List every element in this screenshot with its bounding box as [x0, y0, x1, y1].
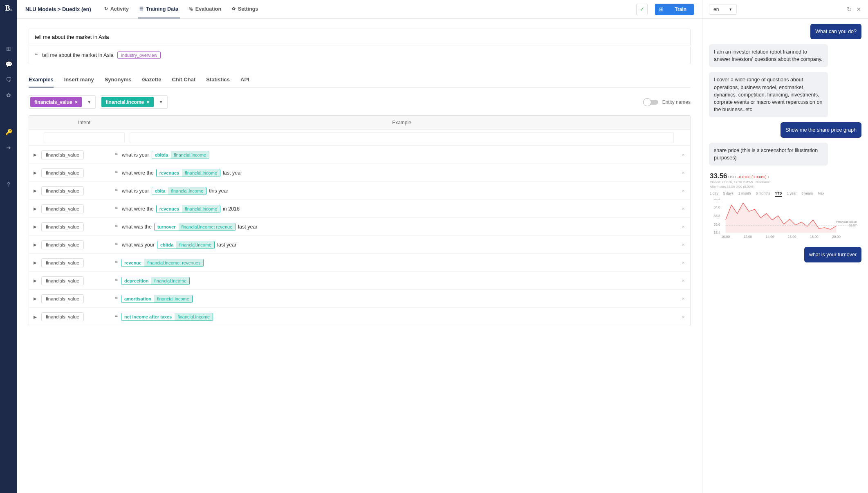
period-tab[interactable]: 1 day	[710, 191, 718, 197]
bot-message: I cover a wide range of questions about …	[709, 72, 828, 117]
entity-tag[interactable]: turnoverfinancial.income: revenue	[154, 223, 236, 231]
user-message: Show me the share price graph	[781, 122, 861, 138]
example-cell[interactable]: ❝what was the turnoverfinancial.income: …	[115, 223, 676, 231]
intent-pill[interactable]: financials_value	[41, 204, 84, 213]
close-icon[interactable]: ✕	[856, 6, 861, 13]
chevron-down-icon[interactable]: ▼	[83, 100, 95, 104]
delete-row-icon[interactable]: ×	[676, 170, 690, 176]
period-tab[interactable]: 5 days	[723, 191, 733, 197]
entity-tag[interactable]: ebitdafinancial.income	[157, 241, 215, 249]
entity-tag[interactable]: deprecitionfinancial.income	[121, 277, 190, 285]
key-icon[interactable]: 🔑	[5, 129, 12, 135]
delete-row-icon[interactable]: ×	[676, 260, 690, 266]
example-cell[interactable]: ❝amortisationfinancial.income	[115, 295, 676, 303]
example-cell[interactable]: ❝what were the revenuesfinancial.income …	[115, 205, 676, 213]
header-tab-evaluation[interactable]: %Evaluation	[187, 0, 223, 18]
example-cell[interactable]: ❝what is your ebitafinancial.income this…	[115, 187, 676, 195]
subtab-statistics[interactable]: Statistics	[206, 72, 230, 87]
header-tab-training-data[interactable]: ☰Training Data	[138, 0, 180, 18]
subtab-chit-chat[interactable]: Chit Chat	[172, 72, 195, 87]
remove-filter-icon[interactable]: ×	[146, 99, 150, 105]
intent-pill[interactable]: financials_value	[41, 294, 84, 303]
validate-button[interactable]: ✓	[636, 4, 648, 15]
intent-pill[interactable]: financials_value	[41, 150, 84, 159]
preview-intent-tag[interactable]: industry_overview	[117, 52, 161, 59]
period-tab[interactable]: 1 year	[787, 191, 797, 197]
grid-icon[interactable]: ⊞	[6, 45, 11, 52]
period-tab[interactable]: YTD	[775, 191, 782, 197]
delete-row-icon[interactable]: ×	[676, 242, 690, 248]
chevron-down-icon[interactable]: ▼	[155, 100, 167, 104]
entity-tag[interactable]: revenuesfinancial.income	[156, 205, 220, 213]
expand-row-icon[interactable]: ▶	[29, 278, 41, 283]
utterance-input[interactable]	[29, 29, 691, 45]
chat-icon[interactable]: 💬	[5, 61, 12, 67]
table-row: ▶financials_value❝what were the revenues…	[29, 200, 690, 218]
expand-row-icon[interactable]: ▶	[29, 296, 41, 301]
remove-filter-icon[interactable]: ×	[75, 99, 78, 105]
subtab-api[interactable]: API	[240, 72, 249, 87]
intent-pill[interactable]: financials_value	[41, 312, 84, 321]
filter-financials-value[interactable]: financials_value ×▼	[29, 95, 96, 109]
intent-filter-input[interactable]	[44, 132, 125, 143]
example-cell[interactable]: ❝what were the revenuesfinancial.income …	[115, 169, 676, 177]
entity-tag[interactable]: revenuefinancial.income: revenues	[121, 259, 204, 267]
entity-tag[interactable]: ebitdafinancial.income	[152, 151, 209, 159]
header-tab-activity[interactable]: ↻Activity	[103, 0, 130, 18]
subtab-gazette[interactable]: Gazette	[142, 72, 161, 87]
delete-row-icon[interactable]: ×	[676, 224, 690, 230]
delete-row-icon[interactable]: ×	[676, 314, 690, 320]
refresh-icon[interactable]: ↻	[847, 6, 852, 13]
header-tab-settings[interactable]: ✿Settings	[230, 0, 260, 18]
expand-row-icon[interactable]: ▶	[29, 188, 41, 193]
delete-row-icon[interactable]: ×	[676, 152, 690, 158]
logout-icon[interactable]: ➜	[6, 144, 11, 151]
example-cell[interactable]: ❝deprecitionfinancial.income	[115, 277, 676, 285]
expand-row-icon[interactable]: ▶	[29, 315, 41, 319]
quote-icon: ❝	[115, 206, 118, 212]
entity-names-toggle[interactable]	[644, 100, 658, 105]
intent-pill[interactable]: financials_value	[41, 240, 84, 249]
quote-icon: ❝	[115, 296, 118, 302]
expand-row-icon[interactable]: ▶	[29, 260, 41, 265]
delete-row-icon[interactable]: ×	[676, 206, 690, 212]
delete-row-icon[interactable]: ×	[676, 296, 690, 302]
col-intent: Intent	[41, 116, 127, 130]
expand-row-icon[interactable]: ▶	[29, 242, 41, 247]
period-tab[interactable]: 5 years	[801, 191, 813, 197]
expand-row-icon[interactable]: ▶	[29, 206, 41, 211]
delete-row-icon[interactable]: ×	[676, 188, 690, 194]
gear-icon[interactable]: ✿	[6, 92, 11, 99]
period-tab[interactable]: 6 months	[756, 191, 770, 197]
example-filter-input[interactable]	[130, 132, 674, 143]
entity-tag[interactable]: revenuesfinancial.income	[156, 169, 220, 177]
expand-row-icon[interactable]: ▶	[29, 224, 41, 229]
intent-pill[interactable]: financials_value	[41, 258, 84, 267]
example-cell[interactable]: ❝what is your ebitdafinancial.income	[115, 151, 676, 159]
example-cell[interactable]: ❝revenuefinancial.income: revenues	[115, 259, 676, 267]
example-cell[interactable]: ❝net income after taxesfinancial.income	[115, 313, 676, 321]
subtab-examples[interactable]: Examples	[29, 72, 54, 87]
expand-row-icon[interactable]: ▶	[29, 152, 41, 157]
filter-financial-income[interactable]: financial.income ×▼	[100, 95, 168, 109]
expand-row-icon[interactable]: ▶	[29, 170, 41, 175]
filters-row: financials_value ×▼financial.income ×▼ E…	[29, 95, 691, 109]
language-select[interactable]: en ▼	[709, 4, 737, 15]
intent-pill[interactable]: financials_value	[41, 276, 84, 285]
subtab-insert-many[interactable]: Insert many	[64, 72, 94, 87]
entity-tag[interactable]: net income after taxesfinancial.income	[121, 313, 213, 321]
chats-icon[interactable]: 🗨	[6, 76, 11, 83]
intent-pill[interactable]: financials_value	[41, 186, 84, 195]
subtabs: ExamplesInsert manySynonymsGazetteChit C…	[29, 72, 691, 88]
delete-row-icon[interactable]: ×	[676, 278, 690, 284]
train-button[interactable]: ⊞ Train	[655, 4, 694, 15]
help-icon[interactable]: ?	[7, 181, 10, 188]
period-tab[interactable]: 1 month	[738, 191, 751, 197]
intent-pill[interactable]: financials_value	[41, 222, 84, 231]
intent-pill[interactable]: financials_value	[41, 168, 84, 177]
example-cell[interactable]: ❝what was your ebitdafinancial.income la…	[115, 241, 676, 249]
entity-tag[interactable]: ebitafinancial.income	[152, 187, 207, 195]
subtab-synonyms[interactable]: Synonyms	[105, 72, 132, 87]
period-tab[interactable]: Max	[818, 191, 824, 197]
entity-tag[interactable]: amortisationfinancial.income	[121, 295, 193, 303]
